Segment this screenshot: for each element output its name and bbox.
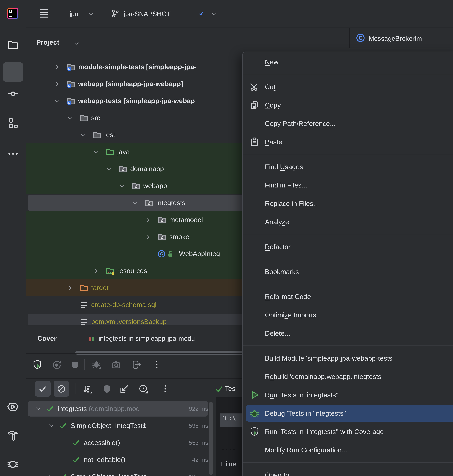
menu-item[interactable]: Find in Files... <box>243 176 453 194</box>
run-configuration[interactable]: integtests in simpleapp-jpa-modu <box>99 334 243 342</box>
cover-tab[interactable]: Cover <box>37 334 57 342</box>
import-results-button[interactable] <box>120 384 130 394</box>
menu-item[interactable]: Analyze <box>243 213 453 231</box>
menu-item[interactable]: Rebuild 'domainapp.webapp.integtests' <box>243 368 453 386</box>
sort-by-duration-button[interactable] <box>82 384 93 394</box>
activity-more-button[interactable] <box>7 148 19 160</box>
menu-item[interactable]: New <box>243 53 453 71</box>
package-icon <box>157 232 167 242</box>
expand-toggle[interactable] <box>53 97 60 104</box>
chevron-down-icon <box>48 422 55 429</box>
expand-toggle[interactable] <box>92 267 99 274</box>
debug-grey-icon <box>92 359 102 370</box>
kebab-button[interactable] <box>160 384 170 394</box>
menu-item[interactable]: Copy <box>243 96 453 114</box>
chevron-down-icon <box>211 11 218 18</box>
chevron-right-icon <box>92 267 99 274</box>
activity-debug-bug-button[interactable] <box>7 457 19 470</box>
tree-row-label: module-simple-tests [simpleapp-jpa- <box>78 58 196 75</box>
menu-item[interactable]: Modify Run Configuration... <box>243 441 453 459</box>
horizontal-scrollbar[interactable] <box>75 351 247 355</box>
show-passed-button[interactable] <box>37 384 48 394</box>
expand-toggle[interactable] <box>48 422 55 429</box>
kebab-button[interactable] <box>152 359 162 370</box>
chevron-down-icon <box>87 11 94 18</box>
test-row[interactable]: accessible() 553 ms <box>26 434 219 451</box>
rerun-button[interactable] <box>51 359 62 370</box>
stop-button[interactable] <box>70 359 80 370</box>
activity-project-folder-button[interactable] <box>7 39 19 51</box>
menu-item-label: Find in Files... <box>265 176 307 194</box>
vertical-scrollbar[interactable] <box>209 402 213 475</box>
menu-item[interactable]: Replace in Files... <box>243 194 453 213</box>
menu-item[interactable]: Refactor <box>243 238 453 256</box>
expand-toggle[interactable] <box>144 216 152 223</box>
test-row[interactable]: SimpleObject_IntegTest$ 595 ms <box>26 417 219 434</box>
expand-toggle[interactable] <box>48 473 55 476</box>
tree-row-label: metamodel <box>169 211 203 228</box>
expand-toggle[interactable] <box>144 233 152 240</box>
toolbar-divider <box>76 384 76 394</box>
expand-toggle[interactable] <box>66 114 73 121</box>
expand-toggle[interactable] <box>131 199 139 206</box>
menu-item[interactable]: Bookmarks <box>243 263 453 281</box>
history-button[interactable] <box>138 384 149 394</box>
test-row-label: integtests (domainapp.mod <box>58 405 140 412</box>
editor-tab-label: MessageBrokerIm <box>369 35 422 42</box>
menu-item[interactable]: Build Module 'simpleapp-jpa-webapp-tests <box>243 349 453 368</box>
test-row[interactable]: integtests (domainapp.mod 922 ms <box>26 400 219 417</box>
show-ignored-button[interactable] <box>56 384 66 394</box>
console-line: "C:\ <box>221 414 236 422</box>
expand-toggle[interactable] <box>92 148 99 156</box>
editor-tab[interactable]: C MessageBrokerIm <box>349 28 453 48</box>
menu-item[interactable]: Optimize Imports <box>243 306 453 324</box>
tree-row-label: java <box>117 143 130 160</box>
menu-item[interactable]: Reformat Code <box>243 287 453 306</box>
main-menu-button[interactable] <box>38 7 49 19</box>
expand-toggle[interactable] <box>79 131 86 138</box>
run-icon <box>249 390 260 400</box>
more-icon <box>7 148 19 160</box>
debug-grey-button[interactable] <box>92 359 102 370</box>
project-selector[interactable]: jpa <box>70 10 78 18</box>
shield-button[interactable] <box>102 384 112 394</box>
menu-item[interactable]: Paste <box>243 133 453 151</box>
expand-toggle[interactable] <box>53 80 60 87</box>
menu-item[interactable]: Debug 'Tests in 'integtests'' <box>243 404 453 423</box>
expand-toggle[interactable] <box>66 284 73 291</box>
activity-run-button[interactable] <box>7 400 19 413</box>
tree-row-label: webapp-tests [simpleapp-jpa-webap <box>78 92 195 109</box>
menu-item[interactable]: Find Usages <box>243 158 453 176</box>
tree-row-label: resources <box>117 262 147 279</box>
menu-item[interactable]: Run 'Tests in 'integtests'' with Coverag… <box>243 423 453 441</box>
chevron-right-icon <box>53 80 60 87</box>
hamburger-icon[interactable] <box>38 7 49 19</box>
test-row[interactable]: not_editable() 42 ms <box>26 451 219 468</box>
expand-toggle[interactable] <box>105 165 113 172</box>
menu-item[interactable]: Delete... <box>243 324 453 342</box>
menu-item-label: Copy <box>265 96 281 114</box>
test-row[interactable]: SimpleObjects_IntegTest 122 ms <box>26 468 219 476</box>
menu-item[interactable]: Open In <box>243 466 453 476</box>
expand-toggle[interactable] <box>53 63 60 71</box>
rerun-coverage-button[interactable] <box>32 359 42 370</box>
activity-structure-button[interactable] <box>7 117 19 129</box>
screenshot-button[interactable] <box>111 359 121 370</box>
activity-build-hammer-button[interactable] <box>7 429 19 441</box>
menu-item[interactable]: Copy Path/Reference... <box>243 114 453 133</box>
project-tool-button-active-bg <box>3 62 23 82</box>
exit-button[interactable] <box>131 359 142 370</box>
vcs-branch-widget[interactable]: jpa-SNAPSHOT <box>124 10 171 18</box>
project-panel-title[interactable]: Project <box>36 38 59 46</box>
menu-item[interactable]: Run 'Tests in 'integtests'' <box>243 386 453 404</box>
expand-toggle[interactable] <box>35 405 42 412</box>
tree-row-label: webapp [simpleapp-jpa-webapp] <box>78 75 183 92</box>
check-icon <box>58 421 67 430</box>
expand-toggle[interactable] <box>118 182 126 189</box>
structure-icon <box>7 117 19 129</box>
chevron-down-icon <box>118 182 126 189</box>
menu-item[interactable]: Cut <box>243 78 453 96</box>
activity-commit-button[interactable] <box>7 88 19 100</box>
tree-row-label: target <box>91 279 108 296</box>
tree-row-label: WebAppInteg <box>179 245 220 262</box>
